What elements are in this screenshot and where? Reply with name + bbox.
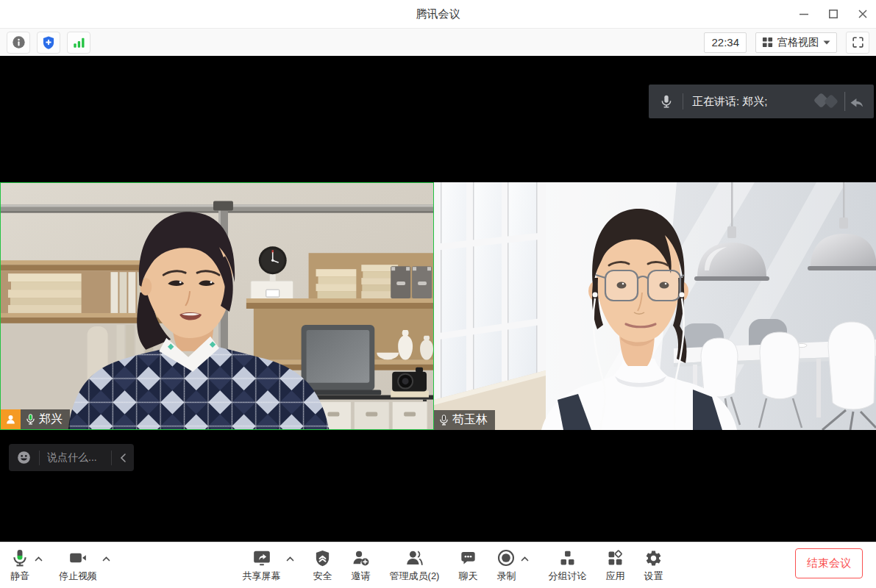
settings-gear-icon	[644, 549, 663, 567]
network-quality-icon	[71, 35, 86, 50]
security-shield-icon	[313, 549, 332, 567]
chat-bubble-icon	[459, 549, 477, 567]
mic-icon	[438, 414, 450, 426]
video-tile-gouyulin[interactable]: 苟玉林	[434, 182, 876, 430]
mic-icon	[659, 94, 674, 109]
video-stage: 正在讲话: 郑兴;	[0, 56, 876, 542]
layout-view-selector[interactable]: 宫格视图	[755, 32, 837, 53]
chevron-up-icon	[102, 556, 110, 562]
settings-button[interactable]: 设置	[644, 548, 663, 583]
window-title: 腾讯会议	[0, 0, 876, 28]
video-options-chevron[interactable]	[102, 556, 110, 562]
participant-label-gouyulin: 苟玉林	[434, 410, 495, 430]
active-speaker-banner: 正在讲话: 郑兴;	[649, 85, 874, 118]
record-label: 录制	[496, 570, 516, 583]
share-screen-icon	[252, 548, 271, 567]
close-icon	[858, 9, 868, 19]
shield-plus-icon	[41, 35, 56, 50]
apps-button[interactable]: 应用	[605, 548, 624, 583]
view-mode-label: 宫格视图	[777, 36, 819, 49]
breakout-rooms-icon	[558, 549, 577, 567]
meeting-timer: 22:34	[704, 32, 747, 53]
minimize-icon	[799, 9, 809, 19]
members-icon	[405, 548, 424, 567]
host-badge	[1, 409, 21, 429]
maximize-button[interactable]	[827, 8, 839, 20]
fullscreen-button[interactable]	[846, 32, 869, 54]
chat-quick-input[interactable]: 说点什么...	[9, 444, 134, 471]
invite-button[interactable]: 邀请	[352, 548, 371, 583]
record-options-chevron[interactable]	[521, 556, 529, 562]
maximize-icon	[828, 9, 838, 19]
breakout-rooms-button[interactable]: 分组讨论	[548, 548, 586, 583]
chevron-up-icon	[521, 556, 529, 562]
settings-label: 设置	[644, 570, 663, 583]
chat-button[interactable]: 聊天	[458, 548, 477, 583]
tencent-meeting-window: 腾讯会议 22	[0, 0, 876, 588]
close-button[interactable]	[857, 8, 869, 20]
participant-name: 郑兴	[39, 412, 63, 427]
meeting-time: 22:34	[711, 36, 739, 49]
security-status-button[interactable]	[37, 32, 60, 54]
mic-level-icon	[10, 548, 29, 567]
breakout-rooms-label: 分组讨论	[548, 570, 586, 583]
mic-active-icon	[24, 413, 37, 426]
chat-input-placeholder[interactable]: 说点什么...	[47, 451, 104, 465]
record-button[interactable]: 录制	[496, 548, 516, 583]
video-tile-zhengxing[interactable]: 郑兴	[0, 182, 434, 430]
stop-video-label: 停止视频	[59, 570, 97, 583]
chevron-up-icon	[286, 556, 294, 562]
mute-button[interactable]: 静音	[10, 548, 29, 583]
reply-arrow-icon[interactable]	[846, 93, 866, 110]
apps-icon	[606, 549, 624, 567]
fullscreen-icon	[851, 35, 865, 49]
mute-label: 静音	[10, 570, 29, 583]
caret-down-icon	[823, 40, 830, 45]
manage-members-button[interactable]: 管理成员(2)	[390, 548, 440, 583]
share-options-chevron[interactable]	[286, 556, 294, 562]
stop-video-button[interactable]: 停止视频	[59, 548, 97, 583]
minimize-button[interactable]	[798, 8, 810, 20]
invite-label: 邀请	[352, 570, 371, 583]
video-feed-zhengxing	[1, 183, 433, 429]
chat-label: 聊天	[458, 570, 477, 583]
mute-options-chevron[interactable]	[35, 556, 43, 562]
manage-members-label: 管理成员(2)	[390, 570, 440, 583]
grid-view-icon	[762, 37, 773, 48]
end-meeting-button[interactable]: 结束会议	[795, 548, 863, 578]
top-toolbar: 22:34 宫格视图	[0, 29, 876, 56]
participant-label-zhengxing: 郑兴	[1, 409, 70, 429]
invite-icon	[352, 548, 371, 567]
titlebar: 腾讯会议	[0, 0, 876, 29]
video-feed-gouyulin	[434, 182, 876, 430]
info-icon	[12, 35, 26, 49]
participant-name: 苟玉林	[452, 412, 488, 428]
bottom-toolbar: 静音 停止视频	[0, 542, 876, 588]
security-label: 安全	[313, 570, 332, 583]
chevron-up-icon	[35, 556, 43, 562]
share-screen-label: 共享屏幕	[243, 570, 281, 583]
person-icon	[4, 413, 17, 426]
security-button[interactable]: 安全	[313, 548, 332, 583]
network-quality-button[interactable]	[67, 32, 90, 54]
active-speaker-text: 正在讲话: 郑兴;	[692, 95, 811, 109]
camera-icon	[68, 548, 88, 567]
record-icon	[496, 548, 516, 567]
emoji-icon[interactable]	[16, 450, 32, 465]
share-screen-button[interactable]: 共享屏幕	[243, 548, 281, 583]
interpretation-icon	[811, 90, 844, 112]
meeting-info-button[interactable]	[7, 32, 30, 54]
apps-label: 应用	[605, 570, 624, 583]
chevron-left-icon[interactable]	[119, 453, 127, 463]
